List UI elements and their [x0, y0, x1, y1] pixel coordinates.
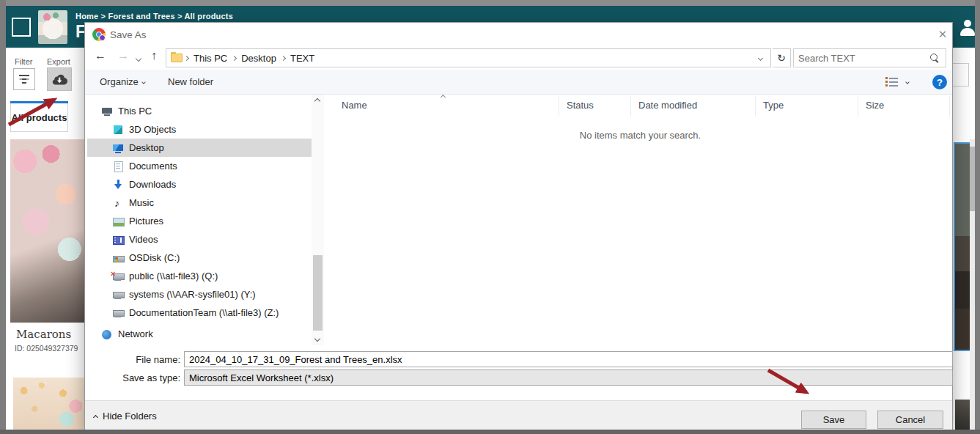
file-list-header: NameStatusDate modifiedTypeSize: [327, 96, 950, 117]
filter-label: Filter: [15, 57, 32, 66]
organize-menu[interactable]: Organize: [100, 76, 145, 87]
history-dropdown-icon[interactable]: [136, 56, 141, 62]
tree-item[interactable]: Documents: [87, 157, 312, 175]
filter-icon: [19, 75, 29, 84]
column-header-size[interactable]: Size: [858, 96, 950, 117]
tree-item-label: OSDisk (C:): [129, 252, 180, 263]
desktop-icon: [112, 142, 125, 154]
breadcrumb[interactable]: Home > Forest and Trees > All products: [75, 12, 233, 21]
view-mode-icon[interactable]: [885, 77, 899, 87]
column-header-type[interactable]: Type: [756, 96, 858, 117]
filter-button[interactable]: [13, 68, 35, 90]
export-button[interactable]: [47, 67, 72, 91]
tree-item-label: Downloads: [129, 179, 176, 190]
chevron-up-icon: [93, 414, 98, 419]
tree-item-label: Desktop: [129, 142, 164, 153]
tree-scrollbar-thumb[interactable]: [313, 255, 323, 331]
tree-item[interactable]: 3D Objects: [87, 120, 312, 139]
tree-scrollbar[interactable]: [312, 95, 324, 345]
address-dropdown-icon[interactable]: [758, 56, 763, 61]
back-button[interactable]: ←: [95, 49, 106, 62]
empty-message: No items match your search.: [327, 130, 954, 141]
tree-item[interactable]: ✕ public (\\atl-file3) (Q:): [87, 267, 312, 285]
up-button[interactable]: ↑: [151, 49, 157, 62]
dialog-titlebar[interactable]: Save As ✕: [85, 23, 952, 46]
tree-item[interactable]: Downloads: [87, 175, 312, 194]
help-icon[interactable]: ?: [932, 75, 947, 89]
document-icon: [112, 161, 125, 172]
view-mode-dropdown-icon[interactable]: [905, 80, 910, 84]
window-border-bottom: [0, 430, 980, 434]
close-icon[interactable]: ✕: [932, 26, 953, 43]
videos-icon: [112, 234, 125, 246]
scroll-down-icon[interactable]: [314, 336, 320, 342]
product-image-second[interactable]: [13, 378, 84, 430]
tree-item[interactable]: DocumentationTeam (\\atl-file3) (Z:): [87, 304, 312, 322]
search-icon: [930, 54, 940, 63]
product-id: ID: 025049327379: [15, 344, 84, 353]
dialog-title: Save As: [110, 29, 147, 40]
tree-item-label: Music: [129, 197, 154, 208]
export-label: Export: [47, 57, 70, 66]
chevron-down-icon: [141, 80, 146, 84]
tree-item[interactable]: Pictures: [87, 212, 312, 230]
tree-item[interactable]: Music: [87, 194, 312, 212]
chrome-icon: [92, 28, 106, 41]
download-icon: [112, 179, 125, 191]
cloud-download-icon: [51, 73, 67, 85]
tab-all-products[interactable]: All products: [10, 103, 68, 132]
app-logo-icon[interactable]: [12, 18, 31, 37]
tree-item[interactable]: Desktop: [87, 139, 312, 157]
dialog-footer: Hide Folders Save Cancel: [85, 400, 952, 430]
background-scrollbar-thumb[interactable]: [970, 147, 975, 211]
scroll-up-icon[interactable]: [314, 98, 320, 104]
netdrive-icon: [112, 289, 125, 301]
tree-item-label: Documents: [129, 161, 177, 172]
search-box[interactable]: [793, 48, 946, 67]
tree-item-label: 3D Objects: [129, 124, 176, 135]
background-scrollbar[interactable]: [970, 139, 975, 430]
address-row: ← → ↑ This PC Desktop TEXT ↻: [85, 47, 952, 69]
pc-icon: [101, 106, 114, 117]
column-header-status[interactable]: Status: [559, 96, 631, 117]
tree-item[interactable]: Network: [87, 325, 312, 343]
column-header-date-modified[interactable]: Date modified: [631, 96, 756, 117]
cake-thumbnail-image: [38, 10, 67, 44]
file-name-label: File name:: [88, 354, 180, 365]
tree-item[interactable]: OSDisk (C:): [87, 249, 312, 267]
file-name-input[interactable]: [184, 351, 953, 367]
save-type-label: Save as type:: [88, 372, 180, 383]
tree-item-label: systems (\\AAR-sysfile01) (Y:): [129, 289, 256, 300]
tree-item[interactable]: systems (\\AAR-sysfile01) (Y:): [87, 285, 312, 304]
screen: { "app": { "breadcrumb": "Home > Forest …: [0, 0, 980, 434]
tree-item[interactable]: This PC: [87, 102, 312, 120]
breadcrumb-desktop[interactable]: Desktop: [241, 53, 276, 64]
product-name: Macarons: [16, 328, 84, 341]
hide-folders-button[interactable]: Hide Folders: [94, 411, 157, 422]
refresh-button[interactable]: ↻: [773, 48, 791, 67]
forward-button[interactable]: →: [117, 49, 129, 62]
save-type-select[interactable]: Microsoft Excel Worksheet (*.xlsx): [184, 369, 953, 386]
tree-item-label: public (\\atl-file3) (Q:): [129, 271, 218, 282]
breadcrumb-this-pc[interactable]: This PC: [194, 53, 227, 64]
breadcrumb-text[interactable]: TEXT: [290, 53, 314, 64]
address-bar[interactable]: This PC Desktop TEXT: [166, 48, 771, 67]
command-bar: Organize New folder ?: [85, 70, 952, 95]
tree-item-label: Network: [118, 328, 153, 339]
network-icon: [101, 328, 114, 340]
cube-icon: [112, 124, 125, 136]
new-folder-button[interactable]: New folder: [168, 76, 213, 87]
netdrive-x-icon: ✕: [112, 271, 125, 282]
save-as-dialog: Save As ✕ ← → ↑ This PC Desktop TEXT ↻ O…: [84, 22, 953, 430]
column-header-name[interactable]: Name: [327, 96, 559, 117]
tree-item-label: Videos: [129, 234, 158, 245]
tree-item[interactable]: Videos: [87, 230, 312, 249]
product-card[interactable]: Macarons ID: 025049327379: [10, 323, 84, 365]
save-button[interactable]: Save: [801, 411, 866, 429]
music-icon: [112, 197, 125, 209]
disk-icon: [112, 252, 125, 264]
product-image-macarons[interactable]: [10, 139, 84, 323]
tree-item-label: Pictures: [129, 216, 163, 227]
search-input[interactable]: [798, 50, 923, 66]
cancel-button[interactable]: Cancel: [877, 411, 943, 429]
